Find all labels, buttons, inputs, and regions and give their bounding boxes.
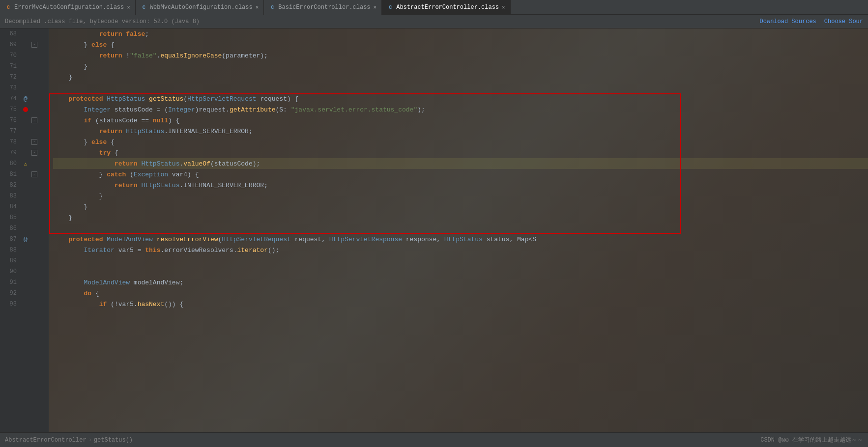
- tab-close-4[interactable]: ✕: [502, 4, 505, 10]
- breakpoint-icon-75[interactable]: [23, 107, 28, 112]
- code-lines: return false; } else { return !"false".e…: [49, 28, 868, 309]
- gutter-line-71: 71: [0, 61, 49, 72]
- gutter-line-81: 81 -: [0, 169, 49, 180]
- code-line-78: } else {: [53, 137, 868, 147]
- download-sources-link[interactable]: Download Sources: [760, 18, 816, 25]
- annotation-icon-74: @: [24, 95, 28, 103]
- code-line-84: }: [53, 201, 868, 212]
- gutter-line-90: 90: [0, 266, 49, 277]
- warning-icon-80: ⚠: [24, 161, 28, 167]
- tab-webmvc[interactable]: C WebMvcAutoConfiguration.class ✕: [136, 0, 264, 15]
- gutter-line-72: 72: [0, 72, 49, 83]
- code-line-89: [53, 255, 868, 266]
- info-bar-actions: Download Sources Choose Sour: [760, 18, 863, 25]
- code-line-76: if (statusCode == null) {: [53, 115, 868, 126]
- gutter-line-69: 69 -: [0, 39, 49, 50]
- gutter-line-70: 70: [0, 50, 49, 61]
- tab-icon-1: C: [5, 4, 12, 11]
- breadcrumb-class: AbstractErrorController: [5, 437, 87, 444]
- tab-icon-2: C: [141, 4, 147, 11]
- tab-label-3: BasicErrorController.class: [278, 4, 370, 11]
- gutter-line-89: 89: [0, 255, 49, 266]
- code-line-90: [53, 266, 868, 277]
- code-line-69: } else {: [53, 39, 868, 50]
- gutter-line-93: 93: [0, 299, 49, 309]
- code-line-86: [53, 223, 868, 234]
- annotation-icon-87: @: [24, 236, 28, 243]
- code-line-80: return HttpStatus.valueOf(statusCode);: [53, 158, 868, 169]
- code-line-70: return !"false".equalsIgnoreCase(paramet…: [53, 50, 868, 61]
- breadcrumb-method: getStatus(): [94, 437, 133, 444]
- code-line-81: } catch (Exception var4) {: [53, 169, 868, 180]
- fold-marker-69[interactable]: -: [31, 42, 37, 48]
- fold-marker-79[interactable]: -: [31, 150, 37, 156]
- code-line-92: do {: [53, 288, 868, 299]
- tab-icon-3: C: [269, 4, 276, 11]
- tab-icon-4: C: [387, 4, 394, 11]
- choose-sources-link[interactable]: Choose Sour: [824, 18, 863, 25]
- gutter-line-75: 75: [0, 104, 49, 115]
- gutter-line-77: 77: [0, 126, 49, 137]
- code-line-79: try {: [53, 147, 868, 158]
- breadcrumb: AbstractErrorController › getStatus(): [5, 437, 133, 444]
- gutter-line-92: 92: [0, 288, 49, 299]
- gutter-line-80: 80 ⚠: [0, 158, 49, 169]
- code-line-72: }: [53, 72, 868, 83]
- code-editor: return false; } else { return !"false".e…: [49, 28, 868, 432]
- gutter-line-78: 78 -: [0, 137, 49, 147]
- gutter-line-74: 74 @: [0, 93, 49, 104]
- tab-close-2[interactable]: ✕: [256, 4, 259, 10]
- gutter-line-91: 91: [0, 277, 49, 288]
- editor-tabs: C ErrorMvcAutoConfiguration.class ✕ C We…: [0, 0, 868, 15]
- status-csdn-text: CSDN @ωω 在学习的路上越走越远～～: [760, 436, 863, 444]
- fold-marker-78[interactable]: -: [31, 139, 37, 145]
- code-line-68: return false;: [53, 28, 868, 39]
- gutter-line-87: 87 @: [0, 234, 49, 245]
- code-line-82: return HttpStatus.INTERNAL_SERVER_ERROR;: [53, 180, 868, 191]
- code-line-75: Integer statusCode = (Integer)request.ge…: [53, 104, 868, 115]
- tab-bar: C ErrorMvcAutoConfiguration.class ✕ C We…: [0, 0, 868, 15]
- tab-basicerror[interactable]: C BasicErrorController.class ✕: [264, 0, 382, 15]
- code-line-83: }: [53, 191, 868, 201]
- gutter-line-88: 88: [0, 245, 49, 255]
- code-line-77: return HttpStatus.INTERNAL_SERVER_ERROR;: [53, 126, 868, 137]
- gutter-line-73: 73: [0, 83, 49, 93]
- decompile-info: Decompiled .class file, bytecode version…: [5, 18, 200, 25]
- code-line-93: if (!var5.hasNext()) {: [53, 299, 868, 309]
- code-line-91: ModelAndView modelAndView;: [53, 277, 868, 288]
- gutter-line-79: 79 -: [0, 147, 49, 158]
- tab-abstracterror[interactable]: C AbstractErrorController.class ✕: [382, 0, 510, 15]
- code-line-71: }: [53, 61, 868, 72]
- tab-close-1[interactable]: ✕: [127, 4, 130, 10]
- code-line-74: protected HttpStatus getStatus(HttpServl…: [53, 93, 868, 104]
- code-line-73: [53, 83, 868, 93]
- tab-label-2: WebMvcAutoConfiguration.class: [150, 4, 253, 11]
- tab-errormvc[interactable]: C ErrorMvcAutoConfiguration.class ✕: [0, 0, 136, 15]
- gutter-line-83: 83: [0, 191, 49, 201]
- gutter-line-82: 82: [0, 180, 49, 191]
- status-bar: AbstractErrorController › getStatus() CS…: [0, 432, 868, 447]
- gutter-line-68: 68: [0, 28, 49, 39]
- code-line-87: protected ModelAndView resolveErrorView(…: [53, 234, 868, 245]
- breadcrumb-separator: ›: [88, 437, 92, 444]
- tab-label-4: AbstractErrorController.class: [396, 4, 499, 11]
- editor-area: 68 69 - 70 71 72 73: [0, 28, 868, 432]
- tab-label-1: ErrorMvcAutoConfiguration.class: [14, 4, 124, 11]
- tab-close-3[interactable]: ✕: [374, 4, 377, 10]
- code-line-85: }: [53, 212, 868, 223]
- code-line-88: Iterator var5 = this.errorViewResolvers.…: [53, 245, 868, 255]
- line-gutter: 68 69 - 70 71 72 73: [0, 28, 49, 432]
- fold-marker-76[interactable]: -: [31, 117, 37, 123]
- gutter-line-86: 86: [0, 223, 49, 234]
- fold-marker-81[interactable]: -: [31, 171, 37, 177]
- status-right: CSDN @ωω 在学习的路上越走越远～～: [760, 436, 863, 444]
- gutter-line-76: 76 -: [0, 115, 49, 126]
- info-bar: Decompiled .class file, bytecode version…: [0, 15, 868, 28]
- gutter-line-85: 85: [0, 212, 49, 223]
- gutter-line-84: 84: [0, 201, 49, 212]
